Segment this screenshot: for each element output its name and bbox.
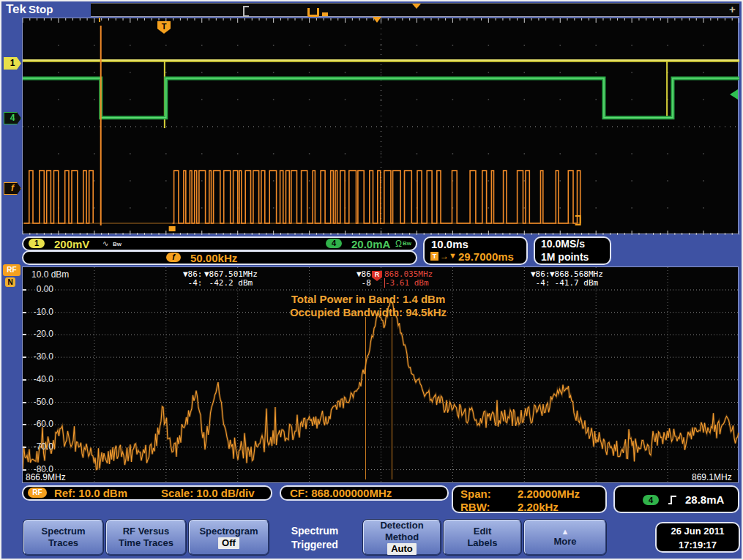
spectrum-marker-868-568: ▼868.568MHz -41.7 dBm — [550, 270, 605, 288]
trigger-readout-pill: 4 28.8mA — [613, 485, 739, 513]
y-axis-tick-label: -30.0 — [24, 351, 53, 362]
span-label: Span: — [460, 488, 491, 500]
tek-logo: Tek — [6, 2, 26, 17]
spectrum-marker-clipped-c: ▼86: -4: — [531, 270, 550, 288]
band-measurement-annotation: Total Power in Band: 1.4 dBmOccupied Ban… — [214, 293, 522, 319]
menu-button-more[interactable]: ▲More — [524, 520, 606, 555]
menu-selected-value: Off — [218, 537, 239, 549]
record-length-value: 1M points — [541, 251, 589, 263]
rf-frequency-trace-badge[interactable]: f — [4, 182, 21, 195]
ch4-bandwidth-icon: Bw — [403, 240, 411, 247]
y-axis-tick-label: -60.0 — [24, 419, 53, 429]
acquisition-status: Stop — [29, 3, 53, 15]
span-value: 2.20000MHz — [518, 488, 580, 500]
menu-button-edit-labels[interactable]: EditLabels — [444, 520, 521, 555]
rbw-value: 2.20kHz — [518, 501, 559, 513]
expansion-point-icon[interactable] — [373, 17, 381, 23]
scale-value: Scale: 10.0 dB/div — [161, 487, 255, 499]
rising-edge-icon — [668, 494, 678, 506]
channel-readout-pill: 1 200mV ∿ Bw 4 20.0mA Ω Bw — [22, 236, 417, 251]
channel1-badge[interactable]: 1 — [4, 57, 21, 70]
menu-button-spectrogram[interactable]: SpectrogramOff — [189, 520, 269, 555]
trigger-arrow-icon: → — [440, 251, 449, 261]
y-axis-tick-label: -70.0 — [24, 441, 53, 452]
rbw-label: RBW: — [460, 501, 490, 513]
datetime-pill: 26 Jun 2011 17:19:17 — [655, 522, 740, 553]
time-value: 17:19:17 — [679, 540, 717, 550]
record-marker-icon[interactable] — [307, 8, 319, 17]
acquisition-readout-pill: 10.0MS/s 1M points — [534, 236, 611, 265]
stop-frequency-label: 869.1MHz — [690, 472, 733, 482]
band-edge-line-left — [365, 317, 366, 479]
center-frequency-pill: CF: 868.000000MHz — [280, 485, 449, 501]
y-axis-tick-label: -20.0 — [24, 329, 53, 339]
band-edge-line-right — [392, 317, 392, 479]
ch1-scale-value: 200mV — [54, 238, 89, 250]
ch4-ohm-icon: Ω — [395, 239, 402, 249]
channel4-badge[interactable]: 4 — [4, 112, 21, 124]
menu-selected-value: Auto — [387, 543, 417, 555]
time-domain-graticule — [22, 18, 739, 234]
y-axis-tick-label: -40.0 — [24, 374, 53, 384]
horizontal-readout-pill: 10.0ms T → ▼ 29.7000ms — [423, 236, 528, 265]
record-tick-icon — [99, 18, 100, 22]
start-frequency-label: 866.9MHz — [24, 472, 67, 482]
spectrum-reference-marker-868-035: 868.035MHz-3.61 dBm — [384, 270, 435, 288]
center-frequency-value: CF: 868.000000MHz — [290, 487, 392, 499]
ch4-scale-value: 20.0mA — [351, 238, 390, 250]
rf-frequency-scale-value: 50.00kHz — [190, 252, 237, 264]
spectrum-marker-clipped-a: ▼86: -4: — [183, 270, 203, 288]
rf-badge: RF — [28, 488, 47, 498]
trigger-level-arrow-icon[interactable] — [730, 89, 738, 100]
ref-level-value: Ref: 10.0 dBm — [54, 487, 127, 499]
ref-level-label: 10.0 dBm — [31, 269, 69, 280]
rf-normal-trace-badge: N — [5, 277, 15, 287]
trigger-tri-icon: ▼ — [449, 251, 457, 260]
ch1-coupling-icon: ∿ — [102, 239, 108, 247]
spectrum-marker-clipped-b: ▼86 -8 — [356, 270, 371, 288]
ch4-scale-badge: 4 — [326, 239, 342, 248]
menu-button-spectrum-traces[interactable]: SpectrumTraces — [23, 520, 103, 555]
rf-frequency-readout-pill: f 50.00kHz — [22, 250, 417, 265]
ch1-scale-badge: 1 — [29, 239, 45, 248]
trigger-position-icon[interactable] — [412, 4, 421, 9]
y-axis-tick-label: -50.0 — [24, 397, 53, 407]
menu-button-rf-versus-time-traces[interactable]: RF VersusTime Traces — [106, 520, 186, 555]
wave-inspector-bar[interactable]: + — [91, 3, 739, 17]
pan-handle-icon[interactable]: + — [729, 3, 736, 15]
time-domain-traces — [23, 18, 739, 235]
zoom-bracket-icon[interactable] — [243, 6, 249, 17]
trigger-position-value: 29.7000ms — [458, 250, 514, 263]
date-value: 26 Jun 2011 — [671, 526, 725, 537]
ch1-bandwidth-icon: Bw — [113, 241, 122, 247]
menu-button-detection-method[interactable]: DetectionMethodAuto — [363, 520, 441, 555]
y-axis-tick-label: 0.00 — [24, 284, 53, 294]
menu-status-spectrum-triggered: SpectrumTriggered — [271, 523, 359, 553]
oscilloscope-screen: Tek Stop + T 1 4 f 1 200mV ∿ Bw 4 20.0mA… — [0, 0, 743, 560]
spectrum-marker-867-501: ▼867.501MHz -42.2 dBm — [204, 270, 260, 288]
f-badge: f — [166, 253, 181, 262]
y-axis-tick-label: -10.0 — [24, 307, 53, 317]
horizontal-scale-value: 10.0ms — [431, 238, 468, 250]
sample-rate-value: 10.0MS/s — [541, 238, 585, 250]
trigger-level-value: 28.8mA — [685, 493, 724, 506]
rf-vertical-readout-pill: RF Ref: 10.0 dBm Scale: 10.0 dB/div — [22, 485, 272, 501]
rf-channel-badge[interactable]: RF — [3, 264, 20, 276]
record-mark-icon — [322, 12, 328, 16]
chevron-up-icon: ▲ — [525, 527, 605, 536]
trigger-source-badge: 4 — [643, 495, 659, 505]
span-rbw-pill: Span: 2.20000MHz RBW: 2.20kHz — [452, 485, 607, 513]
trigger-t-icon: T — [430, 252, 438, 261]
spectrum-graticule: 10.0 dBm 0.00-10.0-20.0-30.0-40.0-50.0-6… — [22, 266, 739, 483]
